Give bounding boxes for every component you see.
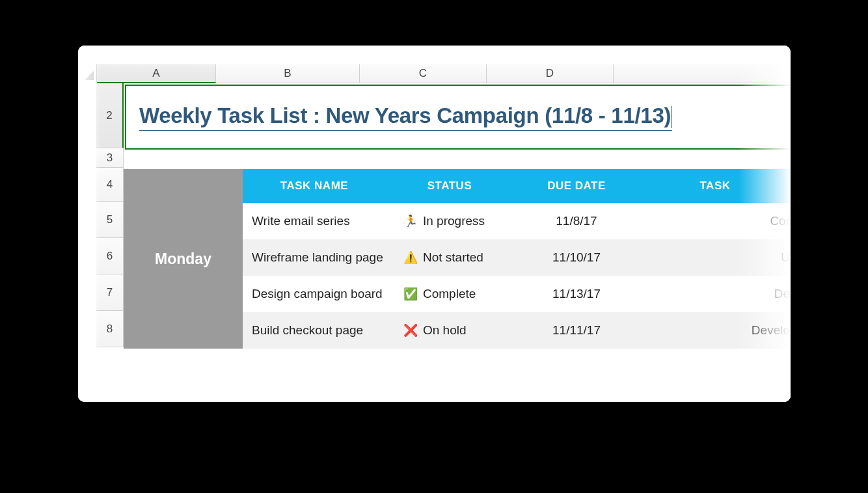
row-header-8[interactable]: 8 [96, 311, 124, 347]
row-header-column: 2345678 [96, 83, 124, 349]
sheet-body: 2345678 Weekly Task List : New Years Cam… [96, 83, 791, 349]
status-icon: ⚠️ [403, 250, 418, 265]
column-header-B[interactable]: B [216, 64, 360, 83]
header-due-date[interactable]: DUE DATE [513, 169, 640, 203]
column-header-C[interactable]: C [360, 64, 487, 83]
spreadsheet-viewport: ABCD 2345678 Weekly Task List : New Year… [96, 64, 791, 402]
spreadsheet-card: ABCD 2345678 Weekly Task List : New Year… [78, 46, 791, 402]
header-status[interactable]: STATUS [387, 169, 513, 203]
table-row[interactable]: Build checkout page❌On hold11/11/17Devel… [243, 312, 791, 349]
status-text: Not started [423, 250, 483, 265]
extra-cell[interactable]: De [640, 276, 791, 312]
table-row[interactable]: Design campaign board✅Complete11/13/17De [243, 276, 791, 312]
day-label-cell[interactable]: Monday [124, 169, 243, 349]
status-text: In progress [423, 214, 485, 228]
table-row[interactable]: Wireframe landing page⚠️Not started11/10… [243, 239, 791, 276]
status-cell[interactable]: ✅Complete [387, 276, 513, 312]
status-cell[interactable]: ❌On hold [387, 312, 513, 349]
due-date-cell[interactable]: 11/11/17 [513, 312, 640, 349]
due-date-cell[interactable]: 11/13/17 [513, 276, 640, 312]
status-icon: ❌ [403, 323, 418, 338]
header-extra[interactable]: TASK [640, 169, 791, 203]
extra-cell[interactable]: Develo [640, 312, 791, 349]
status-cell[interactable]: 🏃In progress [387, 203, 513, 239]
empty-row-3[interactable] [124, 150, 791, 169]
task-name-cell[interactable]: Wireframe landing page [243, 239, 387, 276]
row-header-2[interactable]: 2 [96, 83, 124, 148]
select-all-corner[interactable] [96, 64, 97, 83]
row-header-7[interactable]: 7 [96, 274, 124, 311]
task-name-cell[interactable]: Build checkout page [243, 312, 387, 349]
column-header-extra[interactable] [614, 64, 791, 83]
header-task-name[interactable]: TASK NAME [243, 169, 387, 203]
row-header-5[interactable]: 5 [96, 202, 124, 238]
column-header-D[interactable]: D [487, 64, 614, 83]
status-icon: 🏃 [403, 214, 418, 228]
status-text: Complete [423, 287, 476, 301]
extra-cell[interactable]: Cor [640, 203, 791, 239]
due-date-cell[interactable]: 11/8/17 [513, 203, 640, 239]
grid-area: Weekly Task List : New Years Campaign (1… [124, 83, 791, 349]
page-title: Weekly Task List : New Years Campaign (1… [139, 103, 672, 131]
status-cell[interactable]: ⚠️Not started [387, 239, 513, 276]
row-header-6[interactable]: 6 [96, 238, 124, 274]
status-icon: ✅ [403, 287, 418, 301]
task-name-cell[interactable]: Design campaign board [243, 276, 387, 312]
status-text: On hold [423, 323, 467, 338]
column-header-row: ABCD [96, 64, 791, 83]
column-header-A[interactable]: A [97, 64, 216, 83]
extra-cell[interactable]: U [640, 239, 791, 276]
table-header-row: TASK NAME STATUS DUE DATE TASK [243, 169, 791, 203]
due-date-cell[interactable]: 11/10/17 [513, 239, 640, 276]
row-header-4[interactable]: 4 [96, 168, 124, 202]
active-cell-a2[interactable]: Weekly Task List : New Years Campaign (1… [125, 85, 791, 150]
row-header-3[interactable]: 3 [96, 148, 124, 168]
task-table: Monday TASK NAME STATUS DUE DATE TASK Wr… [124, 169, 791, 349]
day-label: Monday [155, 250, 211, 268]
table-row[interactable]: Write email series🏃In progress11/8/17Cor [243, 203, 791, 239]
task-name-cell[interactable]: Write email series [243, 203, 387, 239]
